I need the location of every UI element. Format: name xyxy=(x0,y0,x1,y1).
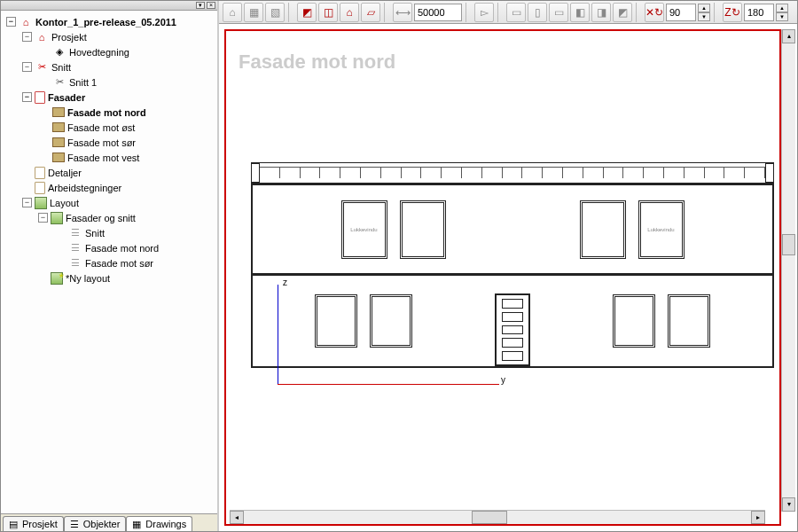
tab-icon: ▦ xyxy=(132,519,143,529)
toolbar-view-button[interactable]: ▦ xyxy=(244,3,263,22)
tab-drawings[interactable]: ▦ Drawings xyxy=(126,516,192,531)
window xyxy=(370,294,412,348)
toolbar-separator xyxy=(384,3,389,22)
tree-node-detaljer[interactable]: Detaljer xyxy=(3,165,215,180)
tree-label: Arbeidstegninger xyxy=(48,183,121,193)
window xyxy=(668,294,710,348)
project-icon: ⌂ xyxy=(19,15,33,29)
door xyxy=(495,293,530,366)
toolbar-view-top[interactable]: ▭ xyxy=(549,3,568,22)
tab-prosjekt[interactable]: ▤ Prosjekt xyxy=(3,516,64,531)
angle2-input[interactable] xyxy=(744,4,774,21)
horizontal-scrollbar[interactable]: ◂ ▸ xyxy=(230,510,765,524)
collapse-icon[interactable]: − xyxy=(22,198,32,207)
roof xyxy=(251,162,774,184)
window xyxy=(613,294,655,348)
collapse-icon[interactable]: − xyxy=(22,32,32,42)
tree-node-arbeidstegninger[interactable]: Arbeidstegninger xyxy=(3,180,215,195)
tree-leaf-hovedtegning[interactable]: ◈ Hovedtegning xyxy=(3,44,215,59)
tree-label: Fasade mot sør xyxy=(85,258,153,269)
panel-header: ▾ × xyxy=(1,1,217,11)
layout-item-icon: ☰ xyxy=(68,241,82,255)
tree-label: Hovedtegning xyxy=(69,47,129,58)
collapse-icon[interactable]: − xyxy=(6,17,16,27)
scroll-track[interactable] xyxy=(244,511,751,524)
tree-leaf-fasade-nord[interactable]: Fasade mot nord xyxy=(3,105,215,120)
y-axis-label: y xyxy=(501,375,505,385)
toolbar-view-iso1[interactable]: ◧ xyxy=(570,3,590,22)
panel-close-button[interactable]: × xyxy=(207,2,215,9)
toolbar-rotate-z-button[interactable]: Z↻ xyxy=(723,3,742,22)
toolbar-cube-button[interactable]: ◫ xyxy=(318,3,338,22)
tree-node-prosjekt[interactable]: − ⌂ Prosjekt xyxy=(3,29,215,44)
tree-label: Snitt xyxy=(51,62,71,73)
angle2-spinner[interactable]: ▲▼ xyxy=(776,4,788,21)
scroll-thumb[interactable] xyxy=(472,511,507,524)
toolbar-view-iso2[interactable]: ◨ xyxy=(591,3,611,22)
toolbar-rotate-x-button[interactable]: ✕↻ xyxy=(645,3,664,22)
toolbar-separator xyxy=(636,3,641,22)
window xyxy=(400,200,446,259)
toolbar-wireframe-button[interactable]: ▱ xyxy=(361,3,380,22)
tree-node-fasader[interactable]: − Fasader xyxy=(3,90,215,105)
angle1-input[interactable] xyxy=(666,4,696,21)
scroll-track[interactable] xyxy=(782,43,795,497)
tree-root[interactable]: − ⌂ Kontor_1_pre-release_05.2011 xyxy=(3,14,215,29)
toolbar-3d-button[interactable]: ◩ xyxy=(297,3,317,22)
scroll-down-button[interactable]: ▾ xyxy=(782,497,795,512)
scroll-right-button[interactable]: ▸ xyxy=(751,511,765,524)
section-line-icon: ✂ xyxy=(52,75,66,90)
project-tree[interactable]: − ⌂ Kontor_1_pre-release_05.2011 − ⌂ Pro… xyxy=(1,11,217,513)
main-toolbar: ⌂ ▦ ▧ ◩ ◫ ⌂ ▱ ⟷ ▻ ▭ ▯ ▭ ◧ ◨ ◩ ✕↻ ▲▼ Z↻ ▲… xyxy=(219,1,797,24)
toolbar-measure-button[interactable]: ⟷ xyxy=(393,3,412,22)
tree-leaf-snitt1[interactable]: ✂ Snitt 1 xyxy=(3,74,215,90)
tree-label: Layout xyxy=(50,198,79,208)
collapse-icon[interactable]: − xyxy=(38,213,48,223)
tab-objekter[interactable]: ☰ Objekter xyxy=(64,516,127,531)
angle1-spinner[interactable]: ▲▼ xyxy=(698,4,710,21)
tab-icon: ▤ xyxy=(9,519,20,529)
window-label: Lukkevindu xyxy=(647,227,674,232)
tree-leaf-fasade-ost[interactable]: Fasade mot øst xyxy=(3,120,215,135)
tree-node-fasader-snitt[interactable]: − Fasader og snitt xyxy=(3,210,215,225)
toolbar-view-iso3[interactable]: ◩ xyxy=(613,3,632,22)
tree-leaf-ny-layout[interactable]: *Ny layout xyxy=(3,270,215,286)
scroll-thumb[interactable] xyxy=(782,234,795,255)
toolbar-house3d-button[interactable]: ⌂ xyxy=(340,3,359,22)
toolbar-home-button[interactable]: ⌂ xyxy=(223,3,242,22)
toolbar-separator xyxy=(288,3,293,22)
folder-icon xyxy=(35,167,45,179)
vertical-scrollbar[interactable]: ▴ ▾ xyxy=(781,29,795,512)
window-label: Lukkevindu xyxy=(350,227,377,232)
tree-leaf-layout-sor[interactable]: ☰ Fasade mot sør xyxy=(3,255,215,270)
tree-leaf-layout-nord[interactable]: ☰ Fasade mot nord xyxy=(3,240,215,255)
tree-leaf-fasade-sor[interactable]: Fasade mot sør xyxy=(3,135,215,150)
tree-leaf-layout-snitt[interactable]: ☰ Snitt xyxy=(3,225,215,240)
tree-label: Snitt xyxy=(85,228,105,239)
panel-tabs: ▤ Prosjekt ☰ Objekter ▦ Drawings xyxy=(1,513,217,531)
toolbar-view-side[interactable]: ▯ xyxy=(528,3,547,22)
window xyxy=(580,200,626,259)
toolbar-separator xyxy=(466,3,471,22)
tree-label: Fasade mot nord xyxy=(85,243,159,254)
scroll-up-button[interactable]: ▴ xyxy=(782,29,795,43)
y-axis xyxy=(278,384,499,385)
toolbar-play-button[interactable]: ▻ xyxy=(474,3,494,22)
toolbar-grid-button[interactable]: ▧ xyxy=(265,3,285,22)
layout-item-icon: ☰ xyxy=(68,256,82,270)
building-icon xyxy=(52,153,65,162)
scale-input[interactable] xyxy=(414,4,462,21)
tree-node-layout[interactable]: − Layout xyxy=(3,195,215,210)
tree-node-snitt[interactable]: − ✂ Snitt xyxy=(3,59,215,74)
collapse-icon[interactable]: − xyxy=(22,92,32,102)
tree-label: Fasade mot vest xyxy=(67,153,139,163)
tab-label: Drawings xyxy=(145,519,186,529)
drawing-canvas[interactable]: Fasade mot nord Lukkevindu Lukkevindu xyxy=(224,29,781,526)
tree-leaf-fasade-vest[interactable]: Fasade mot vest xyxy=(3,150,215,165)
tab-icon: ☰ xyxy=(70,519,81,529)
panel-pin-button[interactable]: ▾ xyxy=(196,2,205,9)
scroll-left-button[interactable]: ◂ xyxy=(230,511,244,524)
facade-drawing: Lukkevindu Lukkevindu xyxy=(251,162,774,368)
collapse-icon[interactable]: − xyxy=(22,62,32,72)
toolbar-view-front[interactable]: ▭ xyxy=(506,3,526,22)
